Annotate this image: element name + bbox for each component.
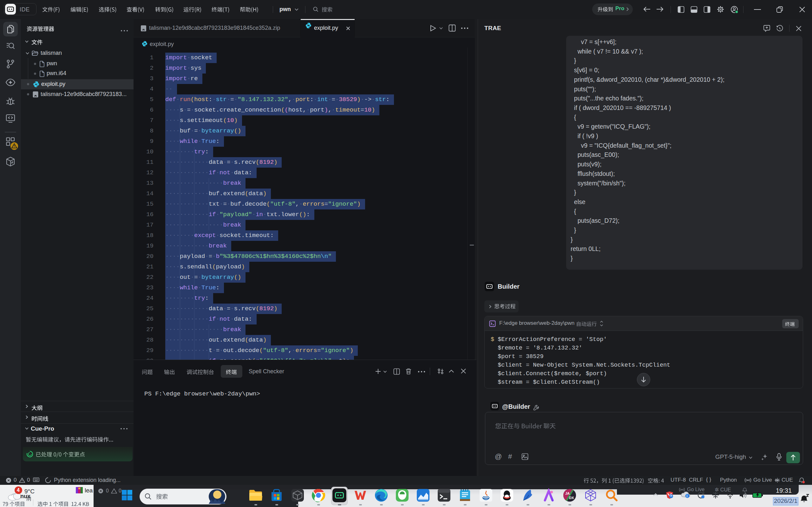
svg-text:i: i: [687, 494, 688, 498]
svg-text:DX: DX: [569, 496, 574, 500]
svg-text:JA: JA: [565, 492, 570, 495]
